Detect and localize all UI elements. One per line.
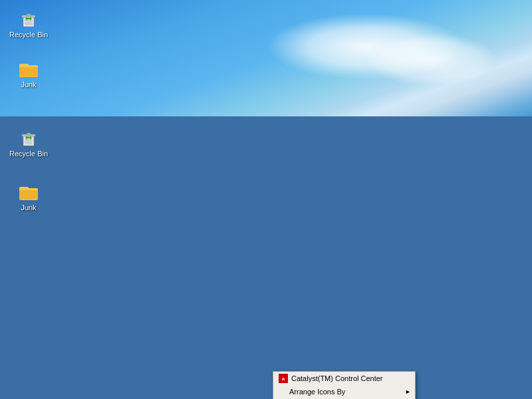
recycle-bin-image-bottom bbox=[18, 127, 39, 148]
svg-rect-3 bbox=[27, 14, 31, 16]
recycle-bin-label-bottom: Recycle Bin bbox=[9, 150, 48, 158]
junk-folder-icon-bottom[interactable]: Junk bbox=[5, 178, 52, 215]
junk-folder-image-bottom bbox=[18, 181, 39, 202]
desktop-top: Recycle Bin Junk bbox=[0, 0, 532, 116]
arrange-icons-label: Arrange Icons By bbox=[289, 388, 345, 396]
recycle-bin-icon-top[interactable]: Recycle Bin bbox=[5, 5, 52, 42]
svg-rect-15 bbox=[19, 190, 38, 199]
svg-rect-1 bbox=[25, 17, 33, 25]
desktop: Recycle Bin Junk bbox=[0, 0, 532, 399]
desktop-bottom: Recycle Bin Junk a Catalyst(TM) Control … bbox=[0, 116, 532, 399]
svg-rect-9 bbox=[25, 136, 33, 144]
svg-rect-7 bbox=[19, 67, 38, 76]
recycle-bin-label-top: Recycle Bin bbox=[9, 31, 48, 39]
recycle-bin-image-top bbox=[18, 8, 39, 29]
svg-rect-11 bbox=[27, 133, 31, 135]
context-menu: a Catalyst(TM) Control Center Arrange Ic… bbox=[273, 371, 416, 399]
arrange-icons-arrow: ► bbox=[405, 388, 411, 395]
arrange-icons-menu-item[interactable]: Arrange Icons By ► bbox=[273, 385, 415, 398]
catalyst-menu-item[interactable]: a Catalyst(TM) Control Center bbox=[273, 372, 415, 385]
junk-folder-image-top bbox=[18, 58, 39, 79]
junk-label-bottom: Junk bbox=[21, 203, 36, 212]
catalyst-icon: a bbox=[279, 374, 288, 383]
catalyst-label: Catalyst(TM) Control Center bbox=[291, 374, 383, 382]
junk-folder-icon-top[interactable]: Junk bbox=[5, 55, 52, 92]
junk-label-top: Junk bbox=[21, 80, 36, 89]
recycle-bin-icon-bottom[interactable]: Recycle Bin bbox=[5, 124, 52, 161]
